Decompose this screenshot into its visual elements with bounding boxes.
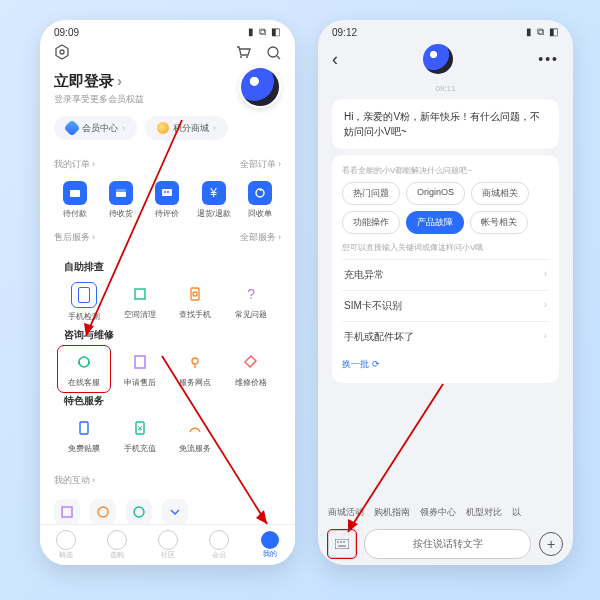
voice-input[interactable]: 按住说话转文字 <box>364 529 531 559</box>
svg-marker-0 <box>56 45 68 59</box>
login-block[interactable]: 立即登录 登录享受更多会员权益 <box>40 72 295 106</box>
points-icon <box>157 122 169 134</box>
quick-chip[interactable]: 机型对比 <box>466 506 502 519</box>
chat-timestamp: 09:11 <box>318 84 573 93</box>
tab-shop[interactable]: 选购 <box>91 525 142 565</box>
phone-right: 09:12 ▮ ⧉ ◧ ‹ ••• 09:11 Hi，亲爱的V粉，新年快乐！有什… <box>318 20 573 565</box>
cart-icon[interactable] <box>235 46 251 63</box>
avatar[interactable] <box>239 66 281 108</box>
inter-2[interactable] <box>90 499 116 525</box>
svg-point-16 <box>79 357 89 367</box>
quick-chip[interactable]: 领券中心 <box>420 506 456 519</box>
faq-item[interactable]: 充电异常 <box>342 259 549 290</box>
topic-chip[interactable]: 热门问题 <box>342 182 400 205</box>
tab-member[interactable]: 会员 <box>193 525 244 565</box>
svg-text:¥: ¥ <box>136 424 142 433</box>
svg-point-10 <box>164 191 166 193</box>
chip-row: 热门问题OriginOS商城相关功能操作产品故障帐号相关 <box>342 182 549 234</box>
bot-avatar[interactable] <box>423 44 453 74</box>
interact-section: 我的互动 <box>40 474 295 487</box>
add-icon[interactable]: + <box>539 532 563 556</box>
quick-chip[interactable]: 购机指南 <box>374 506 410 519</box>
inter-1[interactable] <box>54 499 80 525</box>
status-bar: 09:12 ▮ ⧉ ◧ <box>318 20 573 40</box>
greeting-bubble: Hi，亲爱的V粉，新年快乐！有什么问题，不妨问问小V吧~ <box>332 99 559 149</box>
tab-featured[interactable]: 精选 <box>40 525 91 565</box>
refresh-link[interactable]: 换一批 <box>342 358 549 371</box>
svg-line-5 <box>277 56 280 59</box>
repair-group: 咨询与维修 <box>64 328 277 342</box>
svg-rect-19 <box>80 422 88 434</box>
member-icon <box>64 120 81 137</box>
svg-rect-13 <box>135 289 145 299</box>
scan-icon[interactable] <box>265 46 281 63</box>
repair-price[interactable]: 维修价格 <box>225 346 277 392</box>
service-point[interactable]: 服务网点 <box>170 346 222 392</box>
phone-left: 09:09 ▮ ⧉ ◧ 立即登录 登录享受更多会员权益 会员中心› 积分商城› … <box>40 20 295 565</box>
orders-more[interactable]: 全部订单 <box>240 158 281 171</box>
status-right: ▮ ⧉ ◧ <box>248 26 281 38</box>
inter-3[interactable] <box>126 499 152 525</box>
inter-4[interactable] <box>162 499 188 525</box>
self-group: 自助排查 <box>64 260 277 274</box>
order-review[interactable]: 待评价 <box>146 177 188 223</box>
status-right: ▮ ⧉ ◧ <box>526 26 559 38</box>
input-bar: 按住说话转文字 + <box>318 529 573 559</box>
orders-section: 我的订单全部订单 待付款 待收货 待评价 ¥退货/退款 回收单 <box>40 158 295 223</box>
svg-rect-9 <box>162 189 172 196</box>
faq-item[interactable]: 手机或配件坏了 <box>342 321 549 352</box>
after-heading: 售后服务全部服务 <box>54 231 281 244</box>
order-pay[interactable]: 待付款 <box>54 177 96 223</box>
card-tip: 看看全能的小V都能解决什么问题吧~ <box>342 165 549 176</box>
svg-point-1 <box>60 50 64 54</box>
apply-after[interactable]: 申请售后 <box>114 346 166 392</box>
self-detect[interactable]: 手机检测 <box>58 278 110 326</box>
back-icon[interactable]: ‹ <box>332 49 338 70</box>
self-clean[interactable]: 空间清理 <box>114 278 166 326</box>
status-time: 09:12 <box>332 27 357 38</box>
interact-heading: 我的互动 <box>54 474 281 487</box>
topic-chip[interactable]: OriginOS <box>406 182 465 205</box>
sp-recharge[interactable]: ¥手机充值 <box>114 412 166 458</box>
topic-chip[interactable]: 功能操作 <box>342 211 400 234</box>
svg-rect-22 <box>62 507 72 517</box>
faq-item[interactable]: SIM卡不识别 <box>342 290 549 321</box>
topic-chip[interactable]: 产品故障 <box>406 211 464 234</box>
after-section: 售后服务全部服务 自助排查 手机检测 空间清理 查找手机 ?常见问题 咨询与维修… <box>40 231 295 466</box>
order-return[interactable]: ¥退货/退款 <box>193 177 235 223</box>
online-service[interactable]: 在线客服 <box>58 346 110 392</box>
self-find[interactable]: 查找手机 <box>170 278 222 326</box>
keyboard-icon[interactable] <box>328 530 356 558</box>
topic-chip[interactable]: 商城相关 <box>471 182 529 205</box>
svg-point-18 <box>192 358 198 364</box>
svg-rect-17 <box>135 356 145 368</box>
quick-chip[interactable]: 商城活动 <box>328 506 364 519</box>
svg-point-24 <box>134 507 144 517</box>
svg-rect-14 <box>191 288 199 300</box>
order-recycle[interactable]: 回收单 <box>239 177 281 223</box>
settings-icon[interactable] <box>54 44 70 64</box>
topic-chip[interactable]: 帐号相关 <box>470 211 528 234</box>
tab-mine[interactable]: 我的 <box>244 525 295 565</box>
svg-rect-25 <box>335 539 349 549</box>
status-bar: 09:09 ▮ ⧉ ◧ <box>40 20 295 40</box>
order-ship[interactable]: 待收货 <box>100 177 142 223</box>
sp-data[interactable]: 免流服务 <box>170 412 222 458</box>
list-tip: 您可以直接输入关键词或像这样问小V哦 <box>342 242 549 253</box>
after-panel: 自助排查 手机检测 空间清理 查找手机 ?常见问题 咨询与维修 在线客服 申请售… <box>54 250 281 466</box>
svg-point-15 <box>193 292 197 296</box>
quick-chip[interactable]: 以 <box>512 506 521 519</box>
svg-point-3 <box>246 56 248 58</box>
svg-point-23 <box>98 507 108 517</box>
tab-community[interactable]: 社区 <box>142 525 193 565</box>
svg-rect-6 <box>70 190 80 197</box>
sp-film[interactable]: 免费贴膜 <box>58 412 110 458</box>
self-faq[interactable]: ?常见问题 <box>225 278 277 326</box>
after-more[interactable]: 全部服务 <box>240 231 281 244</box>
shortcut-pills: 会员中心› 积分商城› <box>40 106 295 150</box>
pill-points[interactable]: 积分商城› <box>145 116 228 140</box>
more-icon[interactable]: ••• <box>538 51 559 67</box>
pill-member[interactable]: 会员中心› <box>54 116 137 140</box>
svg-point-4 <box>268 47 278 57</box>
special-group: 特色服务 <box>64 394 277 408</box>
